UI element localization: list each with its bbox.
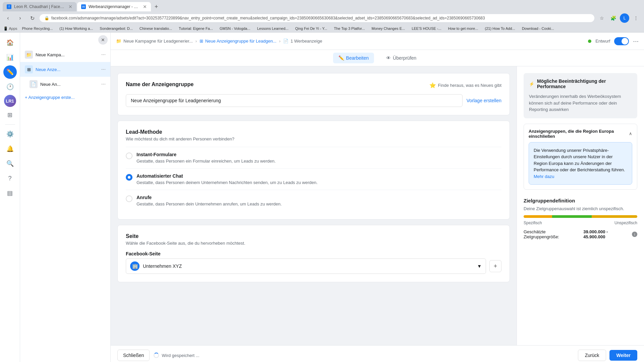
apps-bookmark[interactable]: 📱 Apps	[3, 26, 17, 31]
bookmark-money[interactable]: Money Changes E...	[370, 26, 407, 31]
bookmark-chinese[interactable]: Chinese translatio...	[138, 26, 174, 31]
page-select-value: Unternehmen XYZ	[143, 263, 182, 269]
clock-button[interactable]: 🕐	[3, 80, 17, 94]
breadcrumb-campaign[interactable]: 📁 Neue Kampagne für Leadgenerier...	[116, 39, 193, 44]
bookmark-lee[interactable]: LEE'S HOUSE -...	[410, 26, 443, 31]
mehr-dazu-link[interactable]: Mehr dazu	[534, 174, 554, 179]
breadcrumb-ad[interactable]: 📄 1 Werbeanzeige	[283, 39, 322, 44]
info-icon[interactable]: i	[632, 232, 637, 237]
radio-chat-desc: Gestatte, dass Personen deinem Unternehm…	[137, 180, 318, 185]
radio-chat-content: Automatisierter Chat Gestatte, dass Pers…	[137, 173, 318, 185]
table-button[interactable]: ▤	[3, 186, 17, 200]
campaign-more-1[interactable]: ···	[101, 52, 106, 58]
bell-button[interactable]: 🔔	[3, 142, 17, 156]
sidebar-divider	[5, 124, 15, 125]
estimated-size: Geschätzte Zielgruppengröße: 39.000.000 …	[524, 229, 637, 239]
audience-definition-card: Zielgruppendefinition Deine Zielgruppena…	[524, 195, 637, 239]
app-container: 🏠 📊 ✏️ 🕐 LR 1 ⊞ ⚙️ 🔔 🔍 ? ▤ ✕ 📁 Neue Kamp…	[0, 33, 644, 362]
bookmark-lessons[interactable]: Lessons Learned...	[255, 26, 290, 31]
settings-button[interactable]: ⚙️	[3, 127, 17, 141]
bookmark-star[interactable]: ☆	[597, 13, 606, 23]
secure-icon: 🔒	[44, 16, 49, 20]
menu-btn[interactable]: ⋮	[631, 13, 641, 23]
top-nav: 📁 Neue Kampagne für Leadgenerier... › ⊞ …	[111, 33, 644, 50]
radio-instant-desc: Gestatte, dass Personen ein Formular ein…	[137, 159, 276, 164]
content-area: Name der Anzeigengruppe ⭐ Finde heraus, …	[111, 66, 644, 345]
campaign-label-1: Neue Kampa...	[36, 52, 99, 57]
grid-button[interactable]: ⊞	[3, 108, 17, 122]
campaign-label-2: Neue Anze...	[36, 67, 99, 72]
refresh-button[interactable]: ↻	[28, 13, 37, 23]
radio-instant-label: Instant-Formulare	[137, 152, 276, 157]
campaign-item-1[interactable]: 📁 Neue Kampa... ···	[20, 47, 110, 62]
toggle-knob	[622, 38, 628, 45]
collapse-icon[interactable]: ∧	[629, 131, 632, 136]
radio-chat-circle[interactable]	[126, 174, 132, 181]
bottom-left: Schließen Wird gespeichert ...	[117, 350, 199, 361]
radio-calls-circle[interactable]	[126, 195, 132, 202]
avatar[interactable]: LR 1	[4, 95, 16, 107]
help-button[interactable]: ?	[3, 172, 17, 185]
address-bar[interactable]: 🔒 facebook.com/adsmanager/manage/adsets/…	[40, 14, 594, 22]
campaign-item-2[interactable]: ⊞ Neue Anze... ···	[20, 62, 110, 77]
lightning-icon: ⚡	[529, 81, 534, 86]
radio-instant-circle[interactable]	[126, 153, 132, 159]
audience-bar-segment-left	[524, 215, 552, 218]
search-button[interactable]: 🔍	[3, 157, 17, 170]
tab-bearbeiten[interactable]: ✏️ Bearbeiten	[333, 53, 374, 63]
add-group-button[interactable]: + Anzeigengruppe erste...	[20, 92, 110, 103]
radio-instant: Instant-Formulare Gestatte, dass Persone…	[126, 147, 501, 168]
tab-1-close[interactable]: ✕	[68, 4, 72, 9]
campaign-more-2[interactable]: ···	[101, 66, 106, 72]
breadcrumb-adgroup[interactable]: ⊞ Neue Anzeigengruppe für Leadgen...	[200, 39, 277, 44]
home-button[interactable]: 🏠	[3, 36, 17, 49]
tab-2-close[interactable]: ✕	[143, 4, 147, 9]
forward-button[interactable]: ›	[15, 13, 25, 23]
more-options-button[interactable]: ···	[633, 37, 639, 45]
tab-uberprufen[interactable]: 👁 Überprüfen	[381, 53, 422, 63]
template-link[interactable]: Vorlage erstellen	[467, 98, 501, 103]
bookmark-gmsn[interactable]: GMSN - Vologda...	[218, 26, 253, 31]
discover-new-button[interactable]: ⭐ Finde heraus, was es Neues gibt	[429, 82, 501, 88]
toggle-switch[interactable]	[614, 37, 629, 45]
radio-calls-content: Anrufe Gestatte, dass Personen dein Unte…	[137, 195, 282, 206]
right-panel: ⚡ Mögliche Beeinträchtigung der Performa…	[517, 66, 644, 345]
back-button[interactable]: ‹	[3, 13, 13, 23]
page-select-dropdown[interactable]: 🏢 Unternehmen XYZ ▼	[126, 258, 486, 274]
performance-title-row: ⚡ Mögliche Beeinträchtigung der Performa…	[529, 78, 632, 89]
bookmarks-bar: 📱 Apps Phone Recycling... (1) How Workin…	[0, 25, 644, 33]
profile-btn[interactable]: L	[620, 13, 629, 23]
campaign-more-3[interactable]: ···	[101, 81, 106, 87]
bookmark-top3[interactable]: The Top 3 Platfor...	[332, 26, 367, 31]
edit-pencil-button[interactable]: ✏️	[3, 65, 17, 79]
new-tab-button[interactable]: +	[152, 2, 161, 11]
main-content: 📁 Neue Kampagne für Leadgenerier... › ⊞ …	[111, 33, 644, 362]
campaign-item-3[interactable]: 📄 Neue An... ···	[20, 77, 110, 92]
tab-2-title: Werbeanzigenmanager - Wer...	[89, 4, 140, 9]
tab-2-favicon: W	[81, 4, 86, 9]
extensions-btn[interactable]: 🧩	[608, 13, 618, 23]
audience-bar-segment-right	[592, 215, 637, 218]
bookmark-working[interactable]: (1) How Working a...	[57, 26, 95, 31]
bookmark-phone[interactable]: Phone Recycling...	[20, 26, 55, 31]
bookmark-qing[interactable]: Qing Fei De Yi - Y...	[293, 26, 329, 31]
panel-close-button[interactable]: ✕	[98, 35, 108, 45]
bookmark-sonder[interactable]: Sonderangebot: D...	[98, 26, 135, 31]
add-page-button[interactable]: +	[489, 260, 501, 272]
ad-group-name-input[interactable]	[126, 94, 463, 107]
next-button[interactable]: Weiter	[609, 350, 637, 361]
ad-group-name-title: Name der Anzeigengruppe	[126, 81, 194, 87]
bookmark-tutorial[interactable]: Tutorial: Eigene Fa...	[177, 26, 215, 31]
tab-1[interactable]: f Leon R. Chaudhari | Facebook ✕	[3, 2, 76, 11]
close-button[interactable]: Schließen	[117, 350, 150, 361]
bookmark-download[interactable]: Download - Cooki...	[520, 26, 556, 31]
back-button-bottom[interactable]: Zurück	[578, 350, 606, 361]
bookmark-more[interactable]: How to get more...	[446, 26, 480, 31]
est-size-label: Geschätzte Zielgruppengröße:	[524, 229, 581, 239]
breadcrumb-doc-icon: 📄	[283, 39, 288, 44]
breadcrumb-sep-2: ›	[279, 39, 280, 44]
bottom-bar: Schließen Wird gespeichert ... Zurück We…	[111, 345, 644, 362]
bookmark-21[interactable]: (21) How To Add...	[483, 26, 517, 31]
tab-2[interactable]: W Werbeanzigenmanager - Wer... ✕	[77, 2, 151, 11]
chart-button[interactable]: 📊	[3, 51, 17, 64]
